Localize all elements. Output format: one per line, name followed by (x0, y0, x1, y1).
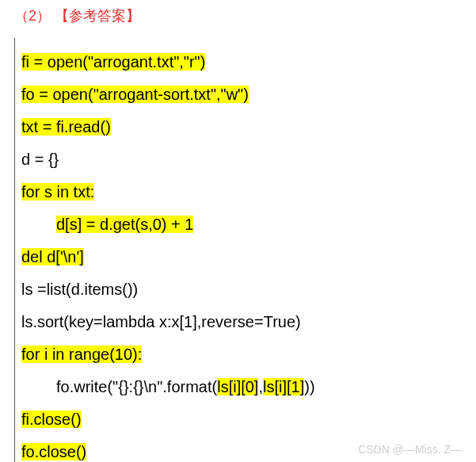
code-line: ls =list(d.items()) (21, 276, 455, 303)
code-segment: txt = fi.read() (21, 118, 111, 136)
code-segment: d[s] = d.get(s,0) + 1 (56, 216, 193, 233)
code-segment: ls[i][0] (217, 378, 258, 395)
code-line: d[s] = d.get(s,0) + 1 (21, 211, 455, 238)
code-segment: ls =list(d.items()) (21, 281, 138, 298)
code-line: txt = fi.read() (21, 113, 455, 140)
code-line: del d['\n'] (21, 243, 455, 270)
code-segment: ls.sort(key=lambda x:x[1],reverse=True) (21, 313, 301, 330)
code-line: ls.sort(key=lambda x:x[1],reverse=True) (21, 308, 455, 335)
code-segment: fi = open("arrogant.txt","r") (21, 53, 205, 71)
code-line: fo = open("arrogant-sort.txt","w") (21, 81, 455, 108)
code-block: fi = open("arrogant.txt","r")fo = open("… (14, 38, 462, 462)
code-line: for s in txt: (21, 178, 455, 205)
section-header: （2） 【参考答案】 (14, 6, 462, 25)
code-segment: fo = open("arrogant-sort.txt","w") (21, 86, 249, 103)
code-line: for i in range(10): (21, 341, 455, 368)
code-segment: )) (304, 378, 314, 395)
code-segment: ls[i][1] (263, 378, 304, 395)
code-segment: del d['\n'] (21, 248, 84, 265)
code-segment: fo.write("{}:{}\n".format( (56, 378, 217, 395)
page: （2） 【参考答案】 fi = open("arrogant.txt","r")… (0, 0, 476, 462)
code-line: fi.close() (21, 406, 455, 433)
code-segment: d = {} (21, 151, 59, 168)
code-segment: fo.close() (21, 443, 86, 460)
code-segment: fi.close() (21, 410, 82, 428)
watermark: CSDN @—Miss. Z— (358, 443, 462, 456)
code-segment: for s in txt: (21, 183, 94, 200)
code-line: d = {} (21, 146, 455, 173)
code-segment: for i in range(10): (21, 346, 142, 363)
code-line: fi = open("arrogant.txt","r") (21, 48, 455, 75)
code-line: fo.write("{}:{}\n".format(ls[i][0],ls[i]… (21, 373, 455, 400)
